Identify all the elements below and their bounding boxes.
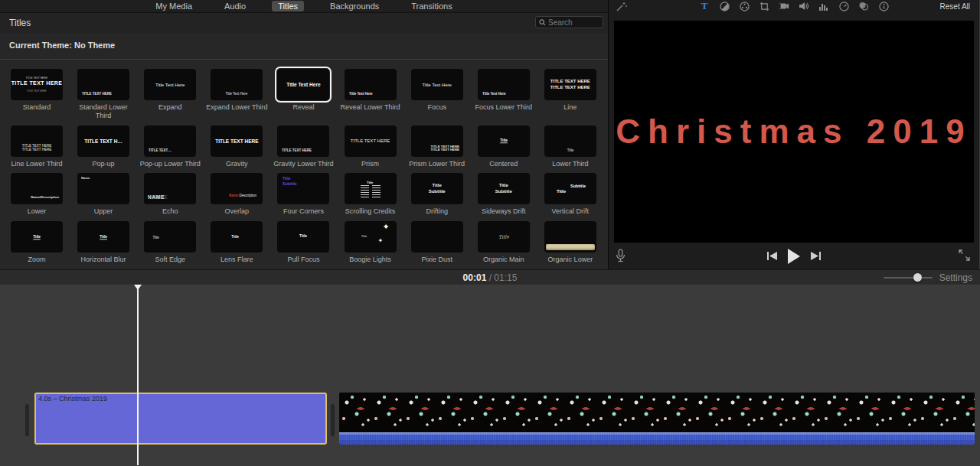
title-style-reveal-lower-third[interactable]: Title Text HereReveal Lower Third — [338, 66, 403, 120]
title-thumbnail[interactable]: TITLE TEXT HERE — [277, 125, 329, 157]
title-thumbnail[interactable]: Title Text Here — [211, 69, 263, 100]
title-style-lower[interactable]: Name/DescriptionLower — [4, 170, 70, 216]
title-style-prism-lower-third[interactable]: TITLE TEXT HERETITLE TEXT HEREPrism Lowe… — [404, 122, 470, 168]
title-style-standard[interactable]: TITLE TEXT HERETITLE TEXT HERETITLE TEXT… — [4, 66, 70, 120]
crop-icon[interactable] — [759, 1, 769, 11]
title-thumbnail[interactable]: Title — [211, 221, 263, 253]
title-style-standard-lower-third[interactable]: TITLE TEXT HEREStandard Lower Third — [70, 66, 136, 120]
title-thumbnail[interactable]: TITLE TEXT HERETITLE TEXT HERE — [411, 125, 463, 157]
title-thumbnail[interactable]: Title Text Here — [345, 69, 397, 100]
title-thumbnail[interactable]: Name — [77, 173, 129, 204]
title-thumbnail[interactable]: TITLE TEXT HERE — [345, 125, 397, 157]
title-style-echo[interactable]: NAMEEcho — [137, 170, 203, 216]
title-thumbnail[interactable]: Title Text Here — [411, 69, 463, 100]
clip-filter-icon[interactable] — [858, 1, 869, 11]
video-clip[interactable] — [339, 393, 975, 445]
title-style-focus-lower-third[interactable]: Title Text HereFocus Lower Third — [471, 66, 537, 120]
title-thumbnail[interactable]: TitleSubtitle — [277, 173, 329, 204]
title-thumbnail[interactable] — [544, 221, 596, 253]
title-thumbnail[interactable]: TITLE TEXT HERETITLE TEXT HERE — [544, 69, 596, 100]
title-thumbnail[interactable]: Title — [478, 221, 530, 253]
title-style-upper[interactable]: NameUpper — [70, 170, 136, 216]
title-style-pixie-dust[interactable]: Pixie Dust — [404, 218, 470, 264]
title-thumbnail[interactable]: Title Text Here — [478, 69, 530, 100]
search-input[interactable] — [548, 18, 597, 27]
title-style-organic-lower[interactable]: Organic Lower — [537, 218, 603, 264]
fullscreen-icon[interactable] — [959, 249, 970, 261]
titles-adjust-icon[interactable]: T — [699, 1, 710, 11]
title-thumbnail[interactable]: Name/Description — [11, 173, 63, 204]
title-thumbnail[interactable]: Title — [544, 125, 596, 157]
color-balance-icon[interactable] — [719, 1, 730, 11]
title-thumbnail[interactable]: TitleSubtitle — [544, 173, 596, 204]
title-style-overlap[interactable]: Name DescriptionOverlap — [204, 170, 270, 216]
reset-all-button[interactable]: Reset All — [940, 2, 970, 11]
title-thumbnail[interactable]: Title — [11, 221, 63, 253]
play-icon[interactable] — [787, 249, 801, 264]
title-style-sideways-drift[interactable]: TitleSubtitleSideways Drift — [471, 170, 537, 216]
title-style-reveal[interactable]: Title Text HereReveal — [270, 66, 336, 120]
title-thumbnail[interactable]: TitleSubtitle — [478, 173, 530, 204]
playhead[interactable] — [137, 285, 139, 465]
title-style-expand[interactable]: Title Text HereExpand — [137, 66, 203, 120]
title-style-organic-main[interactable]: TitleOrganic Main — [471, 218, 537, 264]
title-thumbnail[interactable]: Title Text Here — [277, 69, 329, 100]
title-thumbnail[interactable]: NAME — [144, 173, 196, 204]
microphone-icon[interactable] — [616, 249, 626, 262]
title-thumbnail[interactable]: TITLE TEXT H… — [77, 125, 129, 157]
title-style-vertical-drift[interactable]: TitleSubtitleVertical Drift — [537, 170, 603, 216]
title-style-drifting[interactable]: TitleSubtitleDrifting — [404, 170, 470, 216]
title-style-lower-third[interactable]: TitleLower Third — [537, 122, 603, 168]
timeline[interactable]: 4.0s – Christmas 2019 — [0, 285, 980, 465]
title-style-line[interactable]: TITLE TEXT HERETITLE TEXT HERELine — [537, 66, 603, 120]
color-correction-icon[interactable] — [739, 1, 750, 11]
title-style-pop-up-lower-third[interactable]: TITLE TEXT…Pop-up Lower Third — [137, 122, 203, 168]
title-style-line-lower-third[interactable]: TITLE TEXT HERETITLE TEXT HERELine Lower… — [4, 122, 70, 168]
title-style-horizontal-blur[interactable]: TitleHorizontal Blur — [70, 218, 136, 264]
title-thumbnail[interactable]: TitleSubtitle — [411, 173, 463, 204]
speed-icon[interactable] — [838, 1, 849, 11]
settings-button[interactable]: Settings — [939, 272, 972, 283]
skip-back-icon[interactable] — [766, 251, 778, 261]
skip-forward-icon[interactable] — [810, 251, 822, 261]
volume-icon[interactable] — [799, 1, 809, 11]
title-thumbnail[interactable]: TITLE TEXT HERE — [211, 125, 263, 157]
title-thumbnail[interactable]: Title — [144, 221, 196, 253]
title-style-zoom[interactable]: TitleZoom — [4, 218, 70, 264]
tab-transitions[interactable]: Transitions — [405, 1, 458, 11]
title-thumbnail[interactable]: ✦✦Title — [345, 221, 397, 253]
title-style-lens-flare[interactable]: TitleLens Flare — [204, 218, 270, 264]
title-style-soft-edge[interactable]: TitleSoft Edge — [137, 218, 203, 264]
title-thumbnail[interactable]: TITLE TEXT HERETITLE TEXT HERETITLE TEXT… — [11, 69, 63, 100]
tab-audio[interactable]: Audio — [218, 1, 252, 11]
title-style-expand-lower-third[interactable]: Title Text HereExpand Lower Third — [204, 66, 270, 120]
title-style-centered[interactable]: TitleCentered — [471, 122, 537, 168]
title-style-boogie-lights[interactable]: ✦✦TitleBoogie Lights — [338, 218, 403, 264]
title-thumbnail[interactable]: Title — [478, 125, 530, 157]
title-style-gravity[interactable]: TITLE TEXT HEREGravity — [204, 122, 270, 168]
tab-backgrounds[interactable]: Backgrounds — [324, 1, 385, 11]
title-thumbnail[interactable] — [411, 221, 463, 253]
title-thumbnail[interactable]: Title — [77, 221, 129, 253]
title-clip[interactable]: 4.0s – Christmas 2019 — [34, 393, 327, 445]
title-thumbnail[interactable]: TITLE TEXT… — [144, 125, 196, 157]
title-style-focus[interactable]: Title Text HereFocus — [404, 66, 470, 120]
video-preview[interactable]: Christmas 2019 — [614, 21, 974, 243]
title-style-gravity-lower-third[interactable]: TITLE TEXT HEREGravity Lower Third — [270, 122, 336, 168]
search-box[interactable] — [535, 16, 603, 28]
stabilization-icon[interactable] — [779, 1, 789, 11]
title-style-pop-up[interactable]: TITLE TEXT H…Pop-up — [70, 122, 136, 168]
title-thumbnail[interactable]: Title — [345, 173, 397, 204]
timeline-zoom-slider[interactable] — [884, 277, 933, 279]
title-style-pull-focus[interactable]: TitlePull Focus — [270, 218, 336, 264]
title-thumbnail[interactable]: TITLE TEXT HERE — [77, 69, 129, 100]
enhance-wand-icon[interactable] — [616, 2, 627, 11]
title-style-prism[interactable]: TITLE TEXT HEREPrism — [338, 122, 403, 168]
title-thumbnail[interactable]: Name Description — [211, 173, 263, 204]
tab-my-media[interactable]: My Media — [149, 1, 198, 11]
title-style-four-corners[interactable]: TitleSubtitleFour Corners — [270, 170, 336, 216]
info-icon[interactable] — [878, 1, 889, 11]
tab-titles[interactable]: Titles — [272, 1, 304, 11]
noise-equalizer-icon[interactable] — [818, 1, 829, 11]
title-style-scrolling-credits[interactable]: TitleScrolling Credits — [338, 170, 403, 216]
